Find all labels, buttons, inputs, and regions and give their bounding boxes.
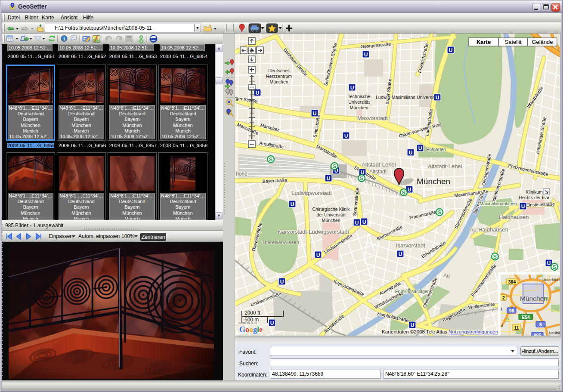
svg-text:München: München bbox=[520, 295, 548, 302]
svg-text:Kartendaten ©2008 Tele Atlas -: Kartendaten ©2008 Tele Atlas - bbox=[382, 329, 450, 334]
svg-text:Theresienwiesen: Theresienwiesen bbox=[262, 240, 299, 245]
svg-text:i: i bbox=[63, 36, 65, 41]
svg-text:Karte: Karte bbox=[476, 39, 491, 45]
svg-text:U: U bbox=[316, 252, 320, 258]
svg-text:Hofgarten: Hofgarten bbox=[426, 147, 446, 152]
svg-text:U: U bbox=[327, 176, 331, 182]
svg-text:304: 304 bbox=[508, 279, 516, 284]
svg-text:2: 2 bbox=[502, 295, 505, 300]
svg-text:Satellit: Satellit bbox=[504, 39, 521, 45]
svg-text:Einsteinstraße: Einsteinstraße bbox=[526, 201, 555, 207]
svg-text:2000 ft: 2000 ft bbox=[244, 310, 260, 316]
svg-text:U: U bbox=[350, 85, 354, 91]
svg-text:96: 96 bbox=[509, 308, 514, 313]
svg-text:Gelände: Gelände bbox=[532, 39, 553, 45]
svg-text:Neubib: Neubib bbox=[549, 331, 560, 335]
svg-text:POWERED BY: POWERED BY bbox=[238, 321, 258, 324]
svg-text:E54: E54 bbox=[522, 315, 530, 320]
svg-text:Altstadt: Altstadt bbox=[369, 169, 387, 175]
svg-text:Ludwig-Maximilians-Universität: Ludwig-Maximilians-Universität bbox=[376, 95, 438, 100]
svg-text:U: U bbox=[364, 52, 368, 58]
svg-text:S: S bbox=[438, 210, 441, 216]
svg-text:U: U bbox=[270, 320, 274, 326]
svg-text:Klinikum: Klinikum bbox=[526, 189, 543, 194]
svg-text:Isarvorstadt: Isarvorstadt bbox=[396, 242, 425, 249]
svg-text:Nutzungsbedingungen: Nutzungsbedingungen bbox=[449, 329, 498, 334]
svg-text:Isarvorstadt-Ludwigsvorstadt: Isarvorstadt-Ludwigsvorstadt bbox=[278, 228, 350, 235]
svg-text:Maxvorstadt: Maxvorstadt bbox=[357, 115, 388, 121]
svg-text:U: U bbox=[408, 187, 411, 193]
svg-text:U: U bbox=[362, 219, 366, 225]
svg-text:U: U bbox=[409, 150, 413, 156]
svg-text:Altstadt-Lehel: Altstadt-Lehel bbox=[428, 163, 462, 170]
svg-text:Haidhausen: Haidhausen bbox=[499, 214, 529, 220]
svg-text:U: U bbox=[280, 279, 284, 285]
svg-text:Altstadt-Lehel: Altstadt-Lehel bbox=[362, 161, 396, 168]
svg-text:U: U bbox=[418, 145, 422, 151]
svg-text:München: München bbox=[350, 105, 368, 110]
svg-text:Universität: Universität bbox=[348, 99, 370, 105]
svg-text:Technische: Technische bbox=[348, 94, 371, 99]
svg-text:U: U bbox=[399, 251, 402, 257]
svg-text:U: U bbox=[521, 204, 525, 210]
svg-text:S: S bbox=[333, 164, 336, 170]
svg-text:S: S bbox=[360, 176, 363, 182]
svg-text:Google: Google bbox=[239, 325, 263, 334]
svg-text:Au: Au bbox=[443, 273, 450, 279]
svg-text:höhe: höhe bbox=[236, 171, 247, 177]
svg-text:11: 11 bbox=[514, 325, 519, 330]
svg-text:S: S bbox=[493, 254, 497, 260]
svg-text:U: U bbox=[449, 47, 453, 53]
svg-text:S: S bbox=[553, 264, 556, 270]
svg-text:Au-Haidhausen: Au-Haidhausen bbox=[470, 226, 508, 233]
svg-text:Chirurgische Klinik: Chirurgische Klinik bbox=[312, 207, 350, 212]
svg-text:S: S bbox=[269, 157, 272, 163]
svg-text:U: U bbox=[411, 322, 415, 328]
svg-text:München: München bbox=[322, 218, 340, 223]
svg-text:U: U bbox=[547, 260, 551, 266]
svg-text:Unterföhrin: Unterföhrin bbox=[542, 278, 560, 282]
svg-text:München: München bbox=[417, 177, 450, 186]
svg-text:8: 8 bbox=[539, 322, 542, 327]
svg-text:U: U bbox=[436, 95, 439, 101]
svg-text:U: U bbox=[313, 111, 317, 117]
svg-text:S: S bbox=[402, 190, 405, 196]
svg-text:Ludwigsvorstadt: Ludwigsvorstadt bbox=[291, 190, 332, 196]
svg-text:995: 995 bbox=[534, 333, 541, 336]
svg-text:Maximiliananlagen: Maximiliananlagen bbox=[479, 201, 517, 206]
svg-text:der Universität: der Universität bbox=[316, 212, 346, 217]
svg-text:U: U bbox=[344, 133, 348, 139]
svg-text:München: München bbox=[269, 79, 288, 84]
svg-text:Frühlingsanlagen: Frühlingsanlagen bbox=[395, 289, 430, 294]
svg-text:Deutsches: Deutsches bbox=[268, 68, 290, 73]
svg-text:Rechts der Isar: Rechts der Isar bbox=[519, 195, 550, 200]
svg-text:U: U bbox=[355, 220, 359, 226]
svg-text:U: U bbox=[256, 90, 260, 96]
svg-text:U: U bbox=[291, 201, 294, 207]
svg-text:Herzzentrum: Herzzentrum bbox=[266, 74, 292, 79]
